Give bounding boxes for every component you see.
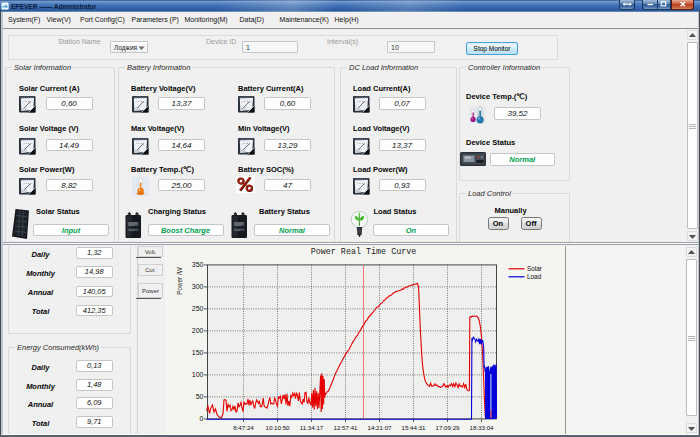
svg-text:250: 250 xyxy=(191,305,203,312)
svg-text:18:33:04: 18:33:04 xyxy=(469,424,494,431)
svg-text:300: 300 xyxy=(191,283,203,290)
svg-text:150: 150 xyxy=(191,349,203,356)
svg-text:17:09:29: 17:09:29 xyxy=(435,424,460,431)
svg-text:Power Real Time Curve: Power Real Time Curve xyxy=(310,247,416,257)
svg-text:10:10:50: 10:10:50 xyxy=(265,424,290,431)
svg-text:8:47:24: 8:47:24 xyxy=(233,424,254,431)
svg-text:0: 0 xyxy=(199,415,203,422)
svg-text:200: 200 xyxy=(191,327,203,334)
svg-text:12:57:41: 12:57:41 xyxy=(333,424,358,431)
svg-text:Load: Load xyxy=(527,273,542,280)
svg-text:11:34:17: 11:34:17 xyxy=(299,424,323,431)
svg-text:50: 50 xyxy=(195,393,203,400)
svg-text:Power /W: Power /W xyxy=(175,267,182,294)
svg-text:Solar: Solar xyxy=(527,265,543,272)
svg-text:15:44:31: 15:44:31 xyxy=(401,424,426,431)
svg-text:350: 350 xyxy=(191,261,203,268)
svg-text:100: 100 xyxy=(191,371,203,378)
svg-text:14:21:07: 14:21:07 xyxy=(367,424,392,431)
